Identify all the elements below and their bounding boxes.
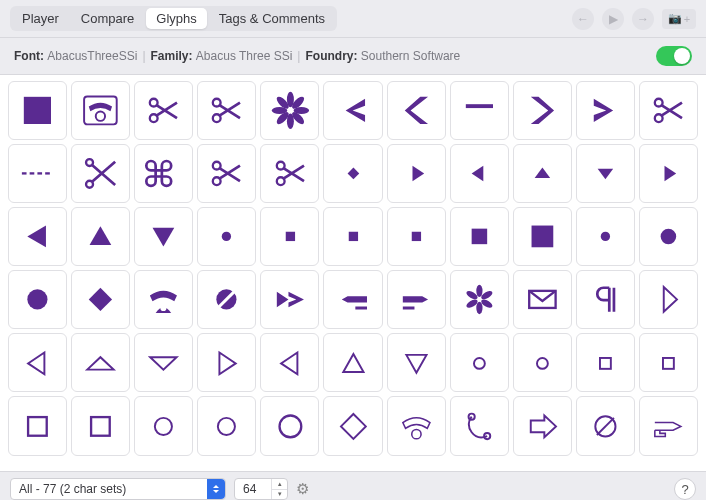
glyph-circle-outline[interactable] (134, 396, 193, 455)
svg-point-36 (661, 229, 677, 245)
glyph-triangle-up-small[interactable] (513, 144, 572, 203)
glyph-pilcrow[interactable] (576, 270, 635, 329)
glyph-scissors[interactable] (197, 81, 256, 140)
glyph-triangle-down-outline[interactable] (387, 333, 446, 392)
glyph-arrow-right-outline[interactable] (513, 396, 572, 455)
glyph-square-large[interactable] (513, 207, 572, 266)
svg-point-29 (222, 232, 231, 241)
glyph-circle-large[interactable] (8, 270, 67, 329)
glyph-square-outline[interactable] (71, 396, 130, 455)
glyph-minus-tall[interactable] (450, 81, 509, 140)
tab-glyphs[interactable]: Glyphs (146, 8, 206, 29)
glyph-telephone-framed[interactable] (71, 81, 130, 140)
glyph-scissors[interactable] (639, 81, 698, 140)
svg-point-35 (601, 232, 610, 241)
glyph-triangle-right-small[interactable] (639, 144, 698, 203)
glyph-telephone[interactable] (134, 270, 193, 329)
glyph-circle-slash-outline[interactable] (576, 396, 635, 455)
glyph-asterisk[interactable] (450, 270, 509, 329)
forward-button[interactable]: → (632, 8, 654, 30)
glyph-diamond-outline[interactable] (323, 396, 382, 455)
glyph-triangle-up[interactable] (71, 207, 130, 266)
svg-point-54 (155, 417, 172, 434)
glyph-triangle-down-small[interactable] (576, 144, 635, 203)
glyph-scissors[interactable] (134, 81, 193, 140)
glyph-triangle-right-outline-tall[interactable] (639, 270, 698, 329)
tab-player[interactable]: Player (12, 8, 69, 29)
svg-rect-21 (38, 172, 43, 174)
glyph-triangle-down-outline-wide[interactable] (134, 333, 193, 392)
glyph-chevron-left-block[interactable] (387, 81, 446, 140)
glyph-chevron-right-block[interactable] (513, 81, 572, 140)
glyph-square-small[interactable] (323, 207, 382, 266)
glyph-diamond-small[interactable] (323, 144, 382, 203)
screenshot-button[interactable]: 📷 + (662, 9, 696, 29)
svg-point-49 (537, 357, 548, 368)
glyph-scissors[interactable] (260, 144, 319, 203)
glyph-triangle-left[interactable] (8, 207, 67, 266)
glyph-scissors[interactable] (197, 144, 256, 203)
svg-rect-30 (285, 232, 294, 241)
glyph-command[interactable] (134, 144, 193, 203)
glyph-hand-point-right[interactable] (387, 270, 446, 329)
glyph-square-outline-small[interactable] (576, 333, 635, 392)
svg-point-37 (27, 290, 47, 310)
stepper-arrows[interactable]: ▴ ▾ (271, 479, 287, 499)
glyph-triangle-up-outline-wide[interactable] (71, 333, 130, 392)
dropdown-arrows-icon (207, 479, 225, 499)
glyph-triangle-up-outline[interactable] (323, 333, 382, 392)
glyph-arrow-right-big[interactable] (576, 81, 635, 140)
play-button[interactable]: ▶ (602, 8, 624, 30)
glyph-circle-outline-large[interactable] (260, 396, 319, 455)
glyph-triangle-left-small[interactable] (450, 144, 509, 203)
glyph-hand-point-right-outline[interactable] (639, 396, 698, 455)
svg-rect-51 (663, 357, 674, 368)
font-label: Font: (14, 49, 44, 63)
glyph-dot-medium[interactable] (576, 207, 635, 266)
glyph-flower-8[interactable] (260, 81, 319, 140)
glyph-circle-outline[interactable] (197, 396, 256, 455)
svg-rect-34 (531, 226, 553, 248)
toolbar: Player Compare Glyphs Tags & Comments ← … (0, 0, 706, 38)
glyph-square-small[interactable] (387, 207, 446, 266)
glyph-square-outline[interactable] (8, 396, 67, 455)
glyph-telephone-outline[interactable] (387, 396, 446, 455)
glyph-triangle-left-outline[interactable] (8, 333, 67, 392)
glyph-triangle-left-outline[interactable] (260, 333, 319, 392)
charset-dropdown[interactable]: All - 77 (2 char sets) (10, 478, 226, 500)
svg-rect-33 (471, 229, 487, 245)
glyph-hand-point-left[interactable] (323, 270, 382, 329)
charset-dropdown-label: All - 77 (2 char sets) (19, 482, 126, 496)
glyph-diamond-large[interactable] (71, 270, 130, 329)
size-stepper[interactable]: 64 ▴ ▾ (234, 478, 288, 500)
glyph-circle-slash[interactable] (197, 270, 256, 329)
glyph-dashed-line[interactable] (8, 144, 67, 203)
glyph-dot-large[interactable] (639, 207, 698, 266)
glyph-circle-outline-small[interactable] (513, 333, 572, 392)
glyph-triangle-down[interactable] (134, 207, 193, 266)
glyph-square-small[interactable] (260, 207, 319, 266)
glyph-filled-square[interactable] (8, 81, 67, 140)
glyph-triangle-right-small[interactable] (387, 144, 446, 203)
gear-icon[interactable]: ⚙ (296, 480, 309, 498)
glyph-triangle-right-outline[interactable] (197, 333, 256, 392)
help-button[interactable]: ? (674, 478, 696, 500)
size-value: 64 (243, 482, 256, 496)
stepper-up-icon[interactable]: ▴ (272, 479, 287, 490)
glyph-handset-swirl[interactable] (450, 396, 509, 455)
font-value: AbacusThreeSSi (47, 49, 137, 63)
tab-compare[interactable]: Compare (71, 8, 144, 29)
active-toggle[interactable] (656, 46, 692, 66)
stepper-down-icon[interactable]: ▾ (272, 490, 287, 500)
glyph-envelope[interactable] (513, 270, 572, 329)
tab-tags-comments[interactable]: Tags & Comments (209, 8, 335, 29)
glyph-square-outline-small[interactable] (639, 333, 698, 392)
glyph-arrow-double-right[interactable] (260, 270, 319, 329)
family-value: Abacus Three SSi (196, 49, 293, 63)
glyph-square-medium[interactable] (450, 207, 509, 266)
glyph-dot-medium[interactable] (197, 207, 256, 266)
glyph-circle-outline-small[interactable] (450, 333, 509, 392)
glyph-scissors-open[interactable] (71, 144, 130, 203)
glyph-arrow-left-big[interactable] (323, 81, 382, 140)
back-button[interactable]: ← (572, 8, 594, 30)
